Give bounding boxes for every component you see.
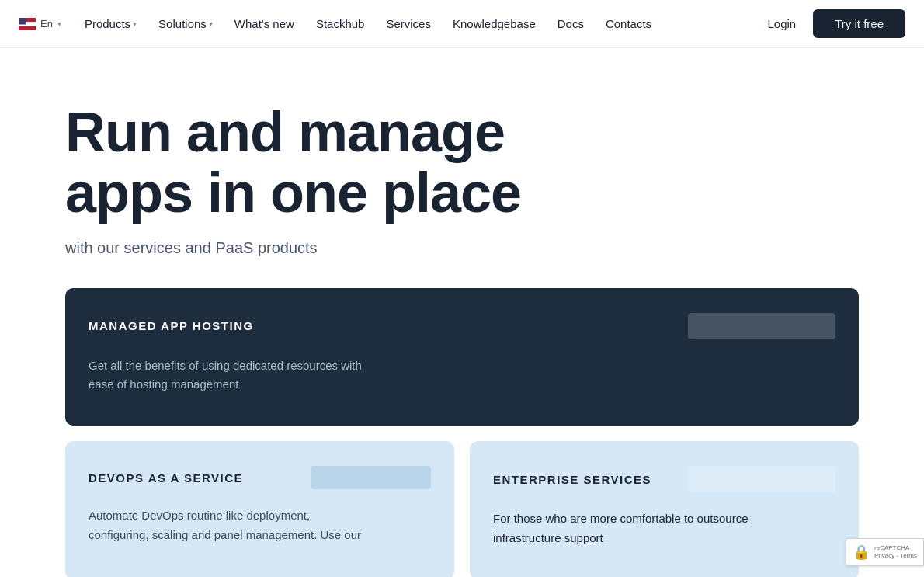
lang-chevron-icon: ▾ [57,19,61,28]
enterprise-card-body: For those who are more comfortable to ou… [493,509,773,548]
login-button[interactable]: Login [760,12,804,35]
devops-card-image [311,466,431,489]
managed-app-hosting-card: MANAGED APP HOSTING Get all the benefits… [65,288,859,426]
enterprise-card-image [688,466,835,492]
products-chevron-icon: ▾ [133,19,137,28]
nav-items: Products ▾ Solutions ▾ What's new Stackh… [75,12,760,35]
hero-title: Run and manage apps in one place [65,103,547,224]
nav-right: Login Try it free [760,9,906,38]
nav-docs[interactable]: Docs [548,12,593,35]
enterprise-card-title: ENTERPRISE SERVICES [493,473,651,486]
enterprise-card-header: ENTERPRISE SERVICES [493,466,835,492]
svg-rect-4 [19,18,26,25]
managed-card-header: MANAGED APP HOSTING [89,313,835,339]
hero-subtitle: with our services and PaaS products [65,239,859,257]
flag-icon [19,18,36,30]
logo-area: En ▾ [19,18,61,30]
devops-card: DEVOPS AS A SERVICE Automate DevOps rout… [65,441,454,577]
bottom-cards: DEVOPS AS A SERVICE Automate DevOps rout… [0,441,924,577]
nav-whats-new[interactable]: What's new [225,12,304,35]
managed-card-title: MANAGED APP HOSTING [89,319,254,332]
devops-card-title: DEVOPS AS A SERVICE [89,471,243,485]
recaptcha-icon: 🔒 [853,544,870,561]
hero-section: Run and manage apps in one place with ou… [0,48,924,288]
try-free-button[interactable]: Try it free [813,9,905,38]
cards-container: MANAGED APP HOSTING Get all the benefits… [0,288,924,426]
nav-services[interactable]: Services [377,12,440,35]
managed-card-image [688,313,835,339]
nav-stackhub[interactable]: Stackhub [307,12,374,35]
navbar: En ▾ Products ▾ Solutions ▾ What's new S… [0,0,924,48]
nav-contacts[interactable]: Contacts [596,12,661,35]
enterprise-card: ENTERPRISE SERVICES For those who are mo… [470,441,859,577]
solutions-chevron-icon: ▾ [209,19,213,28]
recaptcha-badge: 🔒 reCAPTCHA Privacy - Terms [846,538,924,566]
nav-knowledgebase[interactable]: Knowledgebase [443,12,545,35]
devops-card-header: DEVOPS AS A SERVICE [89,466,431,489]
devops-card-body: Automate DevOps routine like deployment,… [89,506,368,545]
svg-rect-3 [19,26,36,30]
lang-label[interactable]: En [40,18,53,30]
nav-solutions[interactable]: Solutions ▾ [149,12,222,35]
recaptcha-text: reCAPTCHA Privacy - Terms [874,544,917,561]
managed-card-body: Get all the benefits of using dedicated … [89,356,368,395]
nav-products[interactable]: Products ▾ [75,12,146,35]
